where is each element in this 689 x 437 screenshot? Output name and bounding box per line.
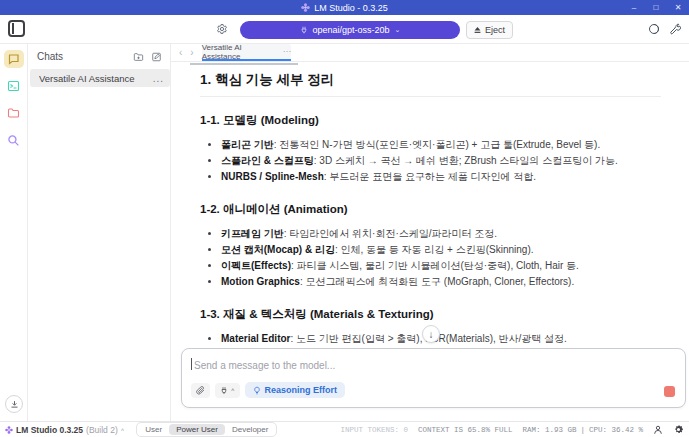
attach-file-button[interactable] [191,383,210,398]
chevron-up-icon: ˄ [231,387,235,393]
wrench-icon[interactable] [669,23,681,35]
toolbar: openai/gpt-oss-20b ⌄ Eject [0,15,689,44]
window-title: LM Studio - 0.3.25 [314,3,388,13]
stat-separator: | [580,426,585,434]
bullet: NURBS / Spline-Mesh: 부드러운 표면을 요구하는 제품 디자… [221,169,661,185]
chat-list-item[interactable]: Versatile AI Assistance ... [30,69,170,87]
lm-studio-logo-icon [5,426,13,434]
bullet: 스플라인 & 스컬프팅: 3D 스케치 → 곡선 → 메쉬 변환; ZBrush… [221,153,661,169]
plug-icon [300,26,308,34]
lightbulb-icon [253,386,261,395]
arrow-down-icon: ↓ [429,329,434,340]
titlebar: LM Studio - 0.3.25 – □ ✕ [0,0,689,15]
mode-power-user[interactable]: Power User [169,424,225,435]
model-settings-gear-icon[interactable] [216,23,228,35]
sidebar-toggle-icon[interactable] [8,20,25,37]
reasoning-effort-label: Reasoning Effort [265,385,338,395]
nav-models-folder-icon[interactable] [4,104,24,122]
bullet-list-animation: 키프레임 기반: 타임라인에서 위치·회전·스케일/파라미터 조정. 모션 캡처… [200,226,661,290]
user-profile-icon[interactable] [653,425,663,435]
section-heading-animation: 1-2. 애니메이션 (Animation) [200,202,661,217]
user-mode-segmented-control: User Power User Developer [136,422,277,437]
composer-placeholder: Send a message to the model... [194,360,335,371]
nav-discover-search-icon[interactable] [4,131,24,149]
nav-forward-icon[interactable]: › [190,47,193,58]
settings-gear-icon[interactable] [673,424,684,435]
nav-developer-terminal-icon[interactable] [4,77,24,95]
theme-icon[interactable] [648,23,660,35]
message-composer[interactable]: Send a message to the model... ˄ Reasoni… [181,348,686,408]
version-chevron-icon[interactable]: ˄ [121,427,125,433]
download-icon [10,400,19,409]
model-selector-button[interactable]: openai/gpt-oss-20b ⌄ [240,21,460,39]
stop-generation-button[interactable] [664,386,675,397]
downloads-button[interactable] [5,395,23,413]
plug-icon [220,386,228,395]
eject-model-button[interactable]: Eject [466,21,513,39]
bullet: 모션 캡처(Mocap) & 리깅: 인체, 동물 등 자동 리깅 + 스킨핑(… [221,242,661,258]
tab-label: Versatile AI Assistance [202,43,279,61]
tab-strip: ‹ › Versatile AI Assistance ⋯ [171,44,689,62]
status-bar: LM Studio 0.3.25 (Build 2) ˄ User Power … [0,421,689,437]
nav-back-icon[interactable]: ‹ [179,47,182,58]
assistant-message: 1. 핵심 기능 세부 정리 1-1. 모델링 (Modeling) 폴리곤 기… [200,62,661,363]
reasoning-effort-button[interactable]: Reasoning Effort [245,382,346,398]
nav-rail [0,44,28,421]
close-button[interactable]: ✕ [667,3,689,12]
section-heading-materials: 1-3. 재질 & 텍스처링 (Materials & Texturing) [200,307,661,322]
ram-stat: RAM: 1.93 GB [522,426,576,434]
new-chat-icon[interactable] [151,52,162,62]
eject-label: Eject [485,25,505,35]
context-usage-stat: CONTEXT IS 65.8% FULL [418,426,513,434]
cpu-stat: CPU: 36.42 % [589,426,643,434]
chats-panel: Chats Versatile AI Assistance ... [28,44,171,421]
tab-versatile-ai-assistance[interactable]: Versatile AI Assistance ⋯ [202,44,291,61]
text-cursor [191,358,192,370]
bullet: 폴리곤 기반: 전통적인 N-가면 방식(포인트·엣지·폴리곤) + 고급 툴(… [221,137,661,153]
section-heading-main: 1. 핵심 기능 세부 정리 [200,71,661,97]
bullet: Material Editor: 노드 기반 편집(입력 > 출력), PBR(… [221,331,661,347]
chat-item-label: Versatile AI Assistance [39,73,153,84]
mode-developer[interactable]: Developer [225,424,275,435]
lm-studio-window: LM Studio - 0.3.25 – □ ✕ openai/gpt-oss-… [0,0,689,437]
bullet: Motion Graphics: 모션그래픽스에 최적화된 도구 (MoGrap… [221,274,661,290]
maximize-button[interactable]: □ [645,3,667,12]
minimize-button[interactable]: – [623,3,645,12]
bullet-list-modeling: 폴리곤 기반: 전통적인 N-가면 방식(포인트·엣지·폴리곤) + 고급 툴(… [200,137,661,185]
eject-icon [474,26,481,34]
input-tokens-stat: INPUT TOKENS: 0 [340,426,408,434]
mode-user[interactable]: User [138,424,169,435]
paperclip-icon [196,385,205,395]
chevron-down-icon: ⌄ [395,26,401,34]
tab-menu-icon[interactable]: ⋯ [283,47,291,56]
nav-chat-icon[interactable] [4,50,24,68]
app-version-label: LM Studio 0.3.25 [16,425,83,435]
chats-panel-title: Chats [37,51,126,62]
new-folder-icon[interactable] [133,52,144,62]
bullet: 키프레임 기반: 타임라인에서 위치·회전·스케일/파라미터 조정. [221,226,661,242]
model-name-label: openai/gpt-oss-20b [313,25,390,35]
bullet: 이펙트(Effects): 파티클 시스템, 물리 기반 시뮬레이션(탄성·중력… [221,258,661,274]
build-label: (Build 2) [86,425,118,435]
section-heading-modeling: 1-1. 모델링 (Modeling) [200,113,661,128]
lm-studio-logo-icon [301,3,310,12]
scroll-to-bottom-button[interactable]: ↓ [422,325,440,343]
plugins-button[interactable]: ˄ [215,383,240,398]
chat-item-menu-icon[interactable]: ... [153,73,164,84]
